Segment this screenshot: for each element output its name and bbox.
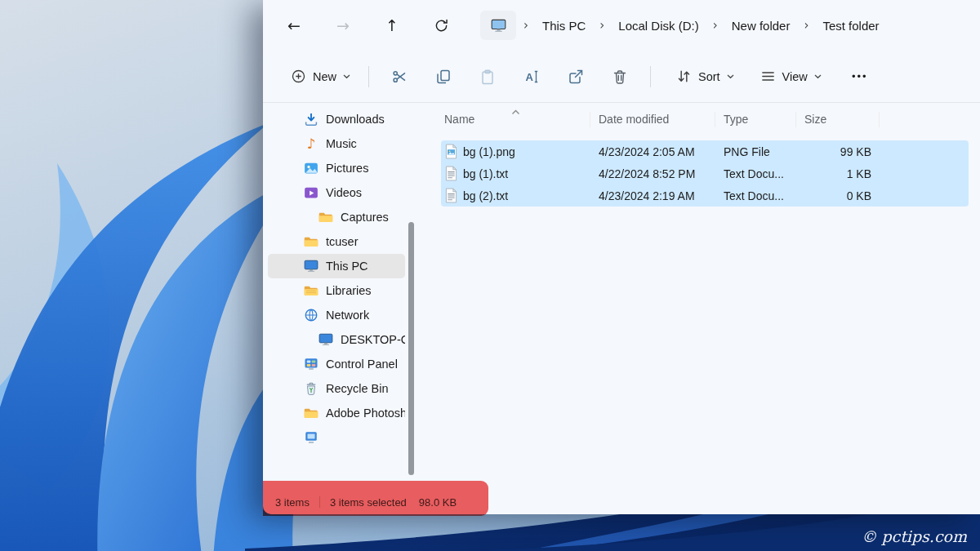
share-button[interactable] xyxy=(557,60,595,93)
breadcrumb-item-this-pc[interactable]: This PC xyxy=(536,15,592,37)
address-location-button[interactable] xyxy=(480,11,516,40)
sidebar-item-libraries[interactable]: Libraries xyxy=(268,278,405,303)
sidebar-item-music[interactable]: ♪ Music xyxy=(268,131,405,156)
see-more-button[interactable]: ••• xyxy=(844,62,876,91)
refresh-button[interactable] xyxy=(423,10,459,41)
txt-file-icon xyxy=(445,188,457,203)
file-date-modified: 4/23/2024 2:19 AM xyxy=(590,189,715,202)
sort-icon xyxy=(676,69,692,84)
new-button[interactable]: New xyxy=(281,62,360,91)
sort-button-label: Sort xyxy=(698,70,720,83)
refresh-icon xyxy=(434,18,449,33)
sidebar-item-videos[interactable]: Videos xyxy=(268,180,405,205)
sidebar-item-recycle-bin[interactable]: Recycle Bin xyxy=(268,376,405,401)
paste-button[interactable] xyxy=(469,60,506,93)
sort-button[interactable]: Sort xyxy=(667,62,743,91)
file-row-bg-2-txt[interactable]: bg (2).txt 4/23/2024 2:19 AM Text Docu..… xyxy=(441,184,969,207)
sidebar-item-label: Libraries xyxy=(326,284,372,297)
file-type: Text Docu... xyxy=(715,167,796,180)
sidebar-item-this-pc[interactable]: This PC xyxy=(268,254,405,278)
status-selected-size: 98.0 KB xyxy=(419,496,457,509)
view-icon xyxy=(760,69,776,84)
back-button[interactable]: ← xyxy=(276,10,312,41)
recycle-bin-icon xyxy=(304,381,318,396)
breadcrumb-item-new-folder[interactable]: New folder xyxy=(725,15,797,37)
sidebar-item-tcuser[interactable]: tcuser xyxy=(268,229,405,254)
libraries-icon xyxy=(304,283,318,298)
command-toolbar: New A xyxy=(263,51,980,103)
column-header-date-modified[interactable]: Date modified xyxy=(590,112,715,127)
sidebar-item-pictures[interactable]: Pictures xyxy=(268,156,405,180)
up-button[interactable]: ↑ xyxy=(374,10,410,41)
sidebar-item-captures[interactable]: Captures xyxy=(268,205,405,229)
folder-icon xyxy=(304,406,318,420)
forward-button[interactable]: → xyxy=(325,10,361,41)
file-rows: bg (1).png 4/23/2024 2:05 AM PNG File 99… xyxy=(441,140,969,207)
sidebar-item-downloads[interactable]: Downloads xyxy=(268,107,405,131)
videos-icon xyxy=(304,185,318,200)
file-name: bg (2).txt xyxy=(463,189,508,202)
txt-file-icon xyxy=(445,166,457,181)
share-icon xyxy=(568,69,584,85)
sidebar-item-label: This PC xyxy=(326,260,368,273)
column-header-size[interactable]: Size xyxy=(796,112,880,127)
sidebar-item-label: Control Panel xyxy=(326,358,398,371)
breadcrumb-item-test-folder[interactable]: Test folder xyxy=(816,15,885,37)
sidebar-item-network[interactable]: Network xyxy=(268,303,405,327)
sidebar-item-label: Videos xyxy=(326,186,362,199)
file-name: bg (1).txt xyxy=(463,167,508,180)
breadcrumb-chevron-icon: › xyxy=(516,18,536,33)
cut-button[interactable] xyxy=(381,60,418,93)
toolbar-separator xyxy=(650,66,651,87)
column-header-type[interactable]: Type xyxy=(715,112,796,127)
sort-ascending-icon[interactable] xyxy=(511,104,520,118)
paste-icon xyxy=(479,69,496,85)
sidebar-item-label: Captures xyxy=(341,211,389,224)
trash-icon xyxy=(612,69,628,85)
chevron-down-icon xyxy=(727,74,734,79)
breadcrumb-chevron-icon: › xyxy=(706,18,725,33)
sidebar-item-label: tcuser xyxy=(326,235,359,248)
file-type: Text Docu... xyxy=(715,189,796,202)
rename-button[interactable]: A xyxy=(513,60,550,93)
sidebar-item-control-panel[interactable]: Control Panel xyxy=(268,352,405,376)
sidebar-item-app[interactable] xyxy=(268,425,405,450)
sidebar-item-label: Recycle Bin xyxy=(326,382,389,395)
file-row-bg-1-txt[interactable]: bg (1).txt 4/22/2024 8:52 PM Text Docu..… xyxy=(441,162,969,184)
cut-icon xyxy=(391,69,408,85)
view-button-label: View xyxy=(782,70,808,83)
svg-text:A: A xyxy=(526,70,534,82)
this-pc-icon xyxy=(304,259,318,273)
chevron-down-icon xyxy=(343,74,350,79)
window-body: Downloads ♪ Music Pictures xyxy=(263,103,980,490)
png-file-icon xyxy=(445,144,457,159)
delete-button[interactable] xyxy=(601,60,639,93)
sidebar-item-label: Network xyxy=(326,309,369,322)
downloads-icon xyxy=(304,112,318,127)
rename-icon: A xyxy=(523,69,540,85)
sidebar-item-label: Pictures xyxy=(326,162,368,175)
music-icon: ♪ xyxy=(304,136,318,152)
new-button-label: New xyxy=(313,70,336,83)
copy-icon xyxy=(435,69,452,85)
file-explorer-window: ← → ↑ › This PC › Local Di xyxy=(263,0,980,514)
file-size: 0 KB xyxy=(796,189,880,202)
file-type: PNG File xyxy=(715,145,796,158)
sidebar-item-adobe-photoshop[interactable]: Adobe Photosho xyxy=(268,401,405,425)
navigation-bar: ← → ↑ › This PC › Local Di xyxy=(263,0,980,51)
file-row-bg-1-png[interactable]: bg (1).png 4/23/2024 2:05 AM PNG File 99… xyxy=(441,140,969,162)
watermark-text: © pctips.com xyxy=(861,527,967,545)
breadcrumb-item-local-disk-d[interactable]: Local Disk (D:) xyxy=(612,15,705,37)
back-arrow-icon: ← xyxy=(287,16,301,34)
file-size: 1 KB xyxy=(796,167,880,180)
file-date-modified: 4/23/2024 2:05 AM xyxy=(590,145,715,158)
control-panel-icon xyxy=(304,357,318,371)
monitor-icon xyxy=(491,18,506,33)
sidebar-item-desktop-pc[interactable]: DESKTOP-O0D xyxy=(268,327,405,352)
view-button[interactable]: View xyxy=(751,62,831,91)
file-date-modified: 4/22/2024 8:52 PM xyxy=(590,167,715,180)
status-separator xyxy=(319,496,320,508)
status-items-count: 3 items xyxy=(275,496,310,509)
copy-button[interactable] xyxy=(425,60,462,93)
sidebar-item-label: Adobe Photosho xyxy=(326,407,405,420)
